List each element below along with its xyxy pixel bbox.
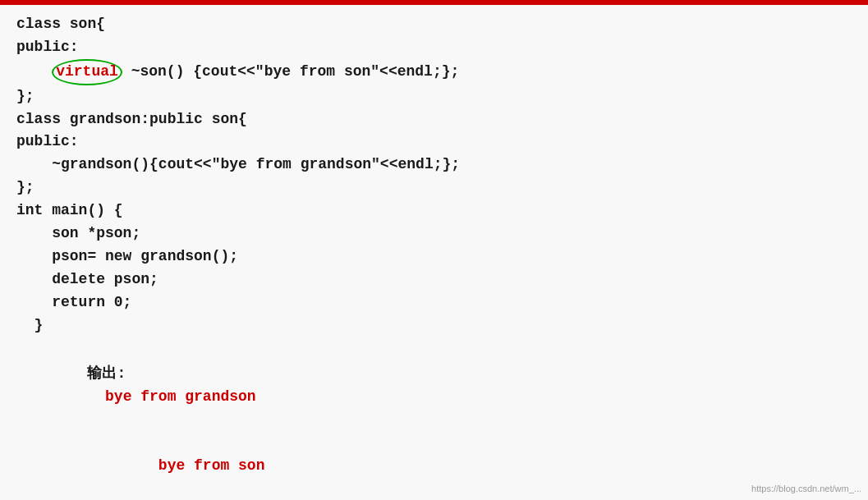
code-line-6: public: xyxy=(16,131,852,154)
code-line-14: } xyxy=(16,314,852,337)
code-line-9: int main() { xyxy=(16,200,852,222)
code-block: class son{ public: virtual ~son() {cout<… xyxy=(16,13,852,500)
output-label-line: 输出: bye from grandson xyxy=(16,340,852,432)
code-line-1: class son{ xyxy=(16,13,852,36)
keyword-virtual: virtual xyxy=(52,59,122,85)
code-line-8: }; xyxy=(16,177,852,200)
code-line-3: virtual ~son() {cout<<"bye from son"<<en… xyxy=(16,59,852,85)
output-line2: bye from son xyxy=(87,457,264,474)
code-container: class son{ public: virtual ~son() {cout<… xyxy=(0,5,868,500)
output-label: 输出: xyxy=(87,365,126,382)
code-line-11: pson= new grandson(); xyxy=(16,245,852,268)
code-line-7: ~grandson(){cout<<"bye from grandson"<<e… xyxy=(16,154,852,177)
code-line-13: return 0; xyxy=(16,291,852,314)
code-line-10: son *pson; xyxy=(16,222,852,245)
code-line-5: class grandson:public son{ xyxy=(16,108,852,131)
output-line2-row: bye from son xyxy=(16,432,852,500)
code-line-4: }; xyxy=(16,85,852,108)
output-section: 输出: bye from grandson bye from son 执行gra… xyxy=(16,340,852,500)
watermark: https://blog.csdn.net/wm_... xyxy=(751,484,861,493)
output-line1: bye from grandson xyxy=(87,388,255,405)
code-line-12: delete pson; xyxy=(16,268,852,291)
code-line-2: public: xyxy=(16,36,852,59)
